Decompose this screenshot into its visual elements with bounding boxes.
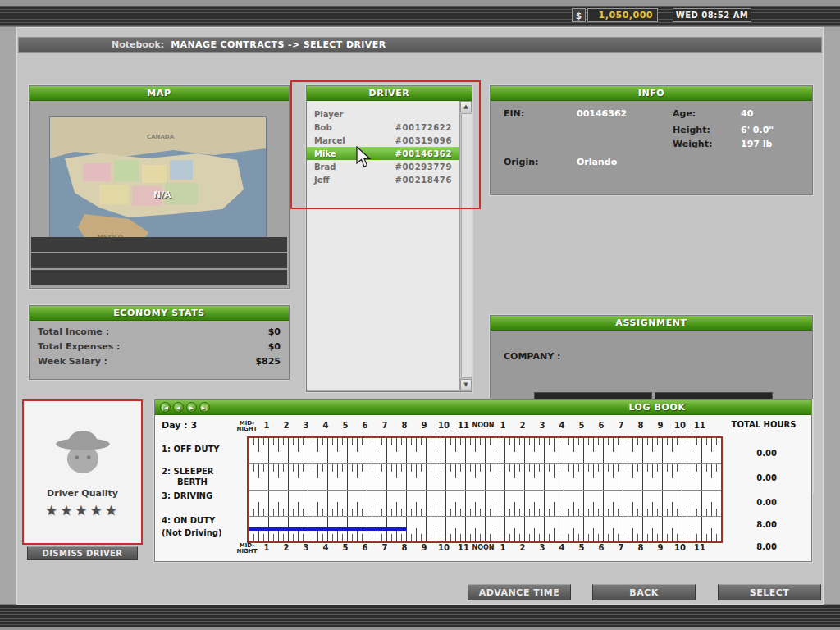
row-label: 2: SLEEPER	[162, 467, 214, 476]
hour-label: 5	[343, 419, 349, 432]
economy-stat-row: Week Salary : $825	[38, 356, 281, 371]
quality-panel: Driver Quality ★★★★★	[22, 399, 143, 545]
advance-time-button[interactable]: ADVANCE TIME	[468, 584, 571, 600]
economy-panel: ECONOMY STATS Total Income : $0 Total Ex…	[29, 305, 290, 380]
dismiss-driver-button[interactable]: DISMISS DRIVER	[27, 546, 138, 560]
game-screen: $ 1,050,000 WED 08:52 AM Notebook:MANAGE…	[0, 0, 840, 630]
first-day-button[interactable]: |◀	[160, 402, 171, 413]
driver-panel: DRIVER Player Bob #00172622 Marcel #0031…	[306, 85, 472, 392]
hour-label: 6	[363, 541, 368, 555]
driver-row[interactable]: Jeff #00218476	[307, 173, 459, 186]
hour-label: 4	[323, 541, 329, 555]
hour-label: 9	[658, 541, 664, 555]
hour-label: 6	[363, 419, 368, 432]
driver-name: Brad	[314, 162, 336, 171]
scroll-down-icon[interactable]: ▼	[460, 379, 472, 390]
hour-label: 2	[520, 419, 526, 432]
driver-id: #00319096	[395, 136, 452, 145]
hour-scale-top: MID- NIGHT1234567891011NOON1234567891011	[247, 419, 719, 432]
hour-label: 8	[638, 541, 644, 555]
origin-value: Orlando	[577, 157, 617, 167]
weight-label: Weight:	[673, 139, 712, 149]
row-label: BERTH	[177, 477, 208, 486]
prev-day-button[interactable]: ◀	[173, 402, 184, 413]
hour-label: 9	[658, 419, 664, 432]
hour-label: 1	[500, 541, 506, 555]
driver-list-scrollbar[interactable]: ▲ ▼	[459, 101, 472, 390]
driver-row-selected[interactable]: Mike #00146362	[307, 147, 459, 160]
height-label: Height:	[673, 125, 710, 135]
page-title: MANAGE CONTRACTS -> SELECT DRIVER	[171, 39, 386, 50]
hour-label: 4	[559, 541, 565, 555]
grand-total: 8.00	[728, 542, 777, 551]
map-image: CANADA MEXICO N/A	[49, 116, 267, 251]
driver-name: Bob	[314, 123, 332, 132]
age-label: Age:	[673, 108, 696, 119]
hour-label: 5	[579, 419, 585, 432]
driver-quality-stars: ★★★★★	[24, 502, 141, 518]
driver-name: Jeff	[314, 176, 330, 185]
hour-label: 11	[458, 541, 469, 555]
hour-label: 3	[304, 541, 309, 555]
next-day-button[interactable]: ▶	[186, 402, 197, 413]
hour-label: 9	[422, 541, 427, 555]
log-row-sleeper	[249, 464, 721, 491]
hour-label: 10	[674, 541, 686, 555]
hour-label: 2	[520, 541, 526, 555]
total-hours-header: TOTAL HOURS	[721, 420, 806, 429]
row-label: 3: DRIVING	[162, 491, 212, 500]
weight-value: 197 lb	[741, 139, 772, 149]
logbook-body: Day : 3 TOTAL HOURS MID- NIGHT1234567891…	[155, 415, 811, 561]
driver-row[interactable]: Bob #00172622	[307, 121, 459, 134]
map-body: CANADA MEXICO N/A	[30, 101, 289, 288]
hour-label: 6	[599, 541, 605, 555]
cash-display: 1,050,000	[587, 8, 658, 22]
economy-stat-value: $825	[255, 356, 281, 371]
logbook-panel: |◀ ◀ ▶ ▶| LOG BOOK Day : 3 TOTAL HOURS M…	[154, 399, 812, 562]
driver-row[interactable]: Marcel #00319096	[307, 134, 459, 147]
hour-label: 5	[579, 541, 585, 555]
hour-label: 10	[438, 541, 450, 555]
hour-label: 2	[284, 541, 290, 555]
currency-icon: $	[572, 8, 586, 22]
logbook-panel-header: |◀ ◀ ▶ ▶| LOG BOOK	[155, 400, 811, 415]
hour-label: 4	[559, 419, 565, 432]
scrollbar-thumb[interactable]	[461, 113, 472, 378]
company-label: COMPANY :	[504, 351, 560, 362]
last-day-button[interactable]: ▶|	[199, 402, 210, 413]
driver-name: Marcel	[314, 136, 345, 145]
usa-map-graphic: CANADA MEXICO	[50, 117, 266, 250]
hour-label: 7	[382, 541, 388, 555]
driver-row[interactable]: Brad #00293779	[307, 160, 459, 173]
hour-label: 7	[619, 419, 624, 432]
hour-label: 11	[458, 419, 469, 432]
height-value: 6' 0.0"	[741, 125, 774, 135]
select-button[interactable]: SELECT	[718, 584, 821, 600]
hour-label: 8	[638, 419, 644, 432]
logbook-nav: |◀ ◀ ▶ ▶|	[160, 402, 210, 413]
hour-label: 8	[402, 419, 408, 432]
economy-stat-label: Total Income :	[38, 326, 109, 341]
economy-panel-header: ECONOMY STATS	[30, 306, 289, 321]
origin-label: Origin:	[504, 157, 538, 167]
hour-label: 3	[304, 419, 309, 432]
driver-quality-label: Driver Quality	[24, 488, 141, 499]
back-button[interactable]: BACK	[592, 584, 696, 600]
hour-label: 1	[264, 419, 270, 432]
row-total: 0.00	[728, 449, 777, 458]
hour-label: 3	[540, 541, 546, 555]
day-label: Day : 3	[162, 420, 197, 431]
driver-id: #00293779	[395, 162, 452, 171]
on-duty-line	[249, 527, 406, 531]
notebook-label: Notebook:	[112, 39, 164, 50]
driver-id: #00172622	[395, 123, 452, 132]
scroll-up-icon[interactable]: ▲	[460, 101, 472, 112]
hour-label: 3	[540, 419, 546, 432]
notebook-header-bar: Notebook:MANAGE CONTRACTS -> SELECT DRIV…	[18, 37, 822, 53]
driver-row[interactable]: Player	[307, 107, 459, 121]
hour-label: 11	[694, 419, 705, 432]
logbook-title: LOG BOOK	[628, 400, 685, 414]
hour-label: NOON	[472, 541, 495, 555]
datetime-display: WED 08:52 AM	[673, 8, 751, 22]
map-overlay-na: N/A	[153, 189, 171, 199]
